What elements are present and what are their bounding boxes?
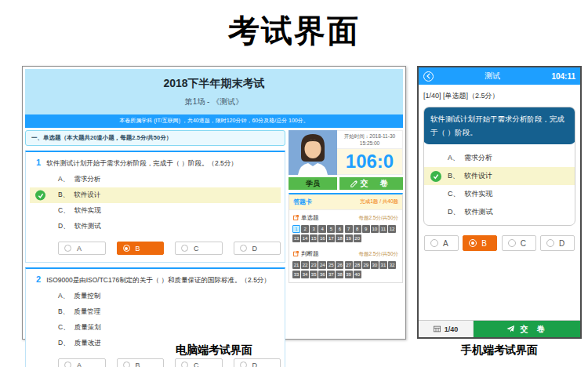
answer-button-label: D: [252, 245, 258, 253]
mobile-footer: 1/40 交 卷: [419, 320, 580, 337]
question-tile-31[interactable]: 31: [379, 261, 387, 269]
question-group-name: 判断题: [293, 250, 319, 258]
option-row[interactable]: B、软件设计: [424, 167, 575, 185]
sidebar-top: 开始时间：2018-11-30 15:25:00 106:0: [289, 130, 403, 175]
question-tile-24[interactable]: 24: [318, 261, 326, 269]
back-icon[interactable]: [423, 71, 434, 82]
question-tile-22[interactable]: 22: [301, 261, 309, 269]
question-tile-39[interactable]: 39: [345, 271, 353, 278]
question-body: ISO9000是由ISO/TC176制定的关于（ ）和质量保证的国际标准。（2.…: [46, 276, 270, 284]
question-tile-26[interactable]: 26: [336, 261, 343, 269]
group-name-text: 单选题: [301, 214, 319, 222]
answer-button-label: C: [194, 362, 199, 367]
question-tile-18[interactable]: 18: [336, 234, 343, 242]
option-letter: B、: [58, 191, 69, 198]
question-tile-10[interactable]: 10: [371, 225, 379, 233]
answer-button-d[interactable]: D: [540, 235, 575, 251]
question-tile-32[interactable]: 32: [388, 261, 396, 269]
question-tile-20[interactable]: 20: [354, 234, 361, 242]
question-tile-34[interactable]: 34: [301, 271, 309, 278]
question-tile-35[interactable]: 35: [310, 271, 318, 278]
option-text: 软件设计: [464, 172, 492, 180]
start-time: 开始时间：2018-11-30 15:25:00: [337, 131, 402, 149]
question-tile-1[interactable]: 1: [292, 225, 300, 233]
group-score: 每题2.5分/共50分: [358, 215, 398, 222]
option-row[interactable]: D、软件测试: [30, 219, 281, 234]
answer-button-label: B: [136, 245, 140, 253]
question-tile-37[interactable]: 37: [327, 271, 335, 278]
question-tile-8[interactable]: 8: [354, 225, 361, 233]
answer-button-d[interactable]: D: [234, 358, 281, 367]
submit-exam-button[interactable]: 交 卷: [339, 177, 403, 190]
exam-info-bar: 本卷所属学科 (IT/互联网) ，共40道题，限时120分钟，60分及格/总分 …: [25, 114, 403, 128]
radio-icon: [430, 239, 438, 247]
question-tile-25[interactable]: 25: [327, 261, 335, 269]
option-row[interactable]: A、质量控制: [30, 289, 281, 304]
pc-exam-panel: 2018下半年期末考试 第1场 - 《测试》 本卷所属学科 (IT/互联网) ，…: [22, 66, 406, 340]
option-row[interactable]: B、软件设计: [30, 187, 281, 203]
answer-button-c[interactable]: C: [502, 235, 536, 251]
option-row[interactable]: A、需求分析: [30, 172, 281, 187]
question-tile-11[interactable]: 11: [379, 225, 387, 233]
clipboard-icon: [293, 251, 299, 258]
question-meta: [1/40] [单选题]（2.5分）: [423, 91, 575, 101]
pencil-icon: [350, 180, 358, 187]
question-tile-13[interactable]: 13: [292, 234, 300, 242]
answer-button-b[interactable]: B: [117, 242, 165, 255]
answer-card-progress: 完成1题 / 共40题: [360, 198, 398, 205]
answer-button-b[interactable]: B: [463, 235, 497, 251]
answer-button-c[interactable]: C: [175, 358, 223, 367]
answer-button-c[interactable]: C: [175, 242, 223, 255]
answer-button-a[interactable]: A: [58, 242, 106, 255]
option-letter: C、: [448, 190, 460, 198]
option-row[interactable]: D、软件测试: [424, 203, 575, 221]
countdown-timer: 106:0: [346, 151, 394, 173]
answer-card-title: 答题卡: [293, 198, 312, 206]
question-tile-2[interactable]: 2: [301, 225, 309, 233]
question-tile-4[interactable]: 4: [318, 225, 326, 233]
answer-card-header: 答题卡 完成1题 / 共40题: [289, 194, 402, 210]
question-tile-28[interactable]: 28: [354, 261, 361, 269]
question-tile-27[interactable]: 27: [345, 261, 353, 269]
option-text: 需求分析: [464, 154, 492, 162]
option-row[interactable]: C、软件实现: [30, 203, 281, 219]
answer-button-d[interactable]: D: [234, 242, 281, 255]
option-letter: A、: [448, 154, 459, 162]
mobile-option-list: A、需求分析B、软件设计C、软件实现D、软件测试: [424, 144, 575, 225]
question-tile-36[interactable]: 36: [318, 271, 326, 278]
answer-button-a[interactable]: A: [424, 235, 459, 251]
question-tile-15[interactable]: 15: [310, 234, 318, 242]
answer-button-b[interactable]: B: [117, 358, 165, 367]
question-tile-38[interactable]: 38: [336, 271, 343, 278]
answer-button-a[interactable]: A: [58, 358, 106, 367]
question-tile-12[interactable]: 12: [388, 225, 396, 233]
question-tile-21[interactable]: 21: [292, 261, 300, 269]
question-tile-19[interactable]: 19: [345, 234, 353, 242]
question-tile-16[interactable]: 16: [318, 234, 326, 242]
question-tile-6[interactable]: 6: [336, 225, 343, 233]
question-tile-17[interactable]: 17: [327, 234, 335, 242]
option-row[interactable]: C、软件实现: [424, 185, 575, 203]
option-text: 软件设计: [74, 191, 100, 198]
radio-icon: [181, 362, 188, 367]
question-tile-30[interactable]: 30: [371, 261, 379, 269]
question-tile-5[interactable]: 5: [327, 225, 335, 233]
pc-caption: 电脑端考试界面: [22, 343, 406, 358]
question-tile-14[interactable]: 14: [301, 234, 309, 242]
option-row[interactable]: A、需求分析: [424, 149, 575, 167]
question-tile-29[interactable]: 29: [362, 261, 370, 269]
question-number: 2: [36, 274, 41, 284]
question-tile-23[interactable]: 23: [310, 261, 318, 269]
question-tile-3[interactable]: 3: [310, 225, 318, 233]
question-tile-40[interactable]: 40: [354, 271, 361, 278]
mobile-submit-button[interactable]: 交 卷: [474, 321, 580, 337]
question-tile-9[interactable]: 9: [362, 225, 370, 233]
question-tile-7[interactable]: 7: [345, 225, 353, 233]
answer-sheet-button[interactable]: 1/40: [419, 321, 474, 337]
mobile-header: 测试 104:11: [419, 67, 580, 85]
question-tile-33[interactable]: 33: [292, 271, 300, 278]
option-row[interactable]: B、质量管理: [30, 304, 281, 320]
question-list: 1软件测试计划开始于需求分析阶段，完成于（ ）阶段。（2.5分）A、需求分析B、…: [25, 151, 285, 367]
option-row[interactable]: C、质量策划: [30, 320, 281, 336]
option-text: 软件实现: [465, 190, 493, 198]
